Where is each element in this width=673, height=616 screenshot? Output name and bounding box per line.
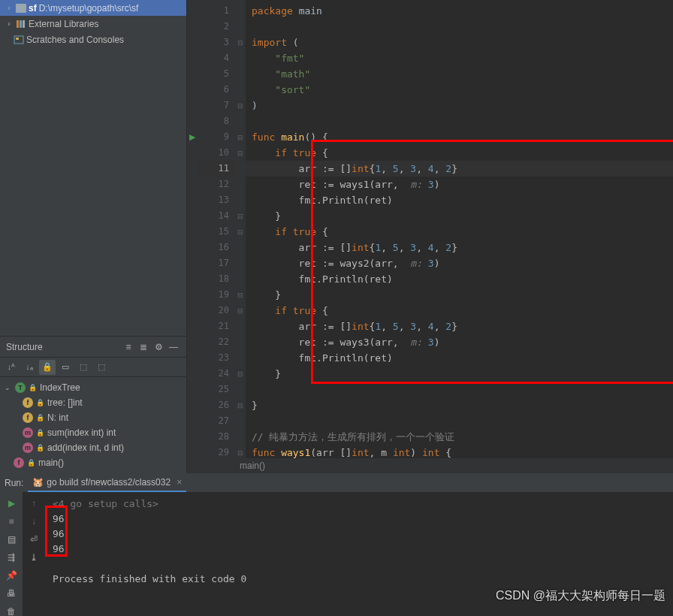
fold-icon[interactable]: ⊟ [235, 303, 246, 319]
member-label: N: int [47, 412, 68, 423]
fold-icon[interactable]: ⊟ [235, 208, 246, 224]
code-line[interactable]: ret := ways3(arr, m: 3) [246, 334, 673, 350]
gear-icon[interactable]: ⚙ [152, 340, 165, 354]
main-area: › sf D:\mysetup\gopath\src\sf › External… [0, 0, 673, 473]
code-line[interactable] [246, 113, 673, 129]
autoscroll-icon[interactable]: ⬚ [75, 360, 92, 375]
fold-icon[interactable]: ⊟ [235, 287, 246, 303]
structure-title: Structure [6, 342, 120, 352]
code-line[interactable]: } [246, 366, 673, 382]
code-line[interactable]: "fmt" [246, 50, 673, 66]
print-icon[interactable]: 🖶 [3, 585, 20, 602]
fold-icon[interactable]: ⊟ [235, 366, 246, 382]
code-line[interactable]: ) [246, 98, 673, 113]
code-line[interactable]: import ( [246, 35, 673, 50]
field-icon: f [23, 412, 33, 423]
chevron-right-icon[interactable]: › [5, 20, 14, 28]
line-number-gutter[interactable]: 1234567891011121314151617181920212223242… [198, 0, 235, 473]
code-line[interactable]: if true { [246, 224, 673, 240]
code-line[interactable]: arr := []int{1, 5, 3, 4, 2} [246, 161, 673, 177]
fold-icon[interactable]: ⊟ [235, 397, 246, 413]
chevron-right-icon[interactable]: › [5, 4, 14, 12]
sort-alpha-icon[interactable]: ↓ᴬ [3, 360, 20, 375]
code-line[interactable]: "sort" [246, 82, 673, 98]
wrap-icon[interactable]: ⏎ [26, 531, 42, 548]
project-root-row[interactable]: › sf D:\mysetup\gopath\src\sf [0, 0, 186, 16]
console-line: <4 go setup calls> [53, 497, 665, 512]
scroll-end-icon[interactable]: ⤓ [26, 549, 42, 566]
run-gutter-icon[interactable]: ▶ [187, 129, 198, 145]
chevron-down-icon[interactable]: ⌄ [5, 384, 12, 391]
fold-icon[interactable]: ⊟ [235, 129, 246, 145]
layout-icon[interactable]: ▤ [3, 531, 20, 548]
close-icon[interactable]: × [177, 477, 182, 488]
fold-icon[interactable]: ⊟ [235, 224, 246, 240]
lock-icon: 🔒 [36, 414, 44, 421]
hide-icon[interactable]: — [167, 340, 180, 354]
code-line[interactable]: if true { [246, 145, 673, 161]
code-line[interactable] [246, 382, 673, 397]
console-line: 96 [53, 527, 665, 542]
go-icon: 🐹 [32, 477, 44, 488]
watermark: CSDN @福大大架构师每日一题 [496, 588, 665, 604]
code-line[interactable]: if true { [246, 303, 673, 319]
structure-main-row[interactable]: f 🔒 main() [0, 455, 186, 470]
collapse-icon[interactable]: ≣ [137, 340, 150, 354]
member-label: tree: []int [47, 397, 83, 408]
filter-icon[interactable]: ⇶ [3, 549, 20, 566]
code-line[interactable] [246, 413, 673, 429]
function-icon: f [14, 457, 24, 468]
external-libraries-row[interactable]: › External Libraries [0, 16, 186, 32]
code-line[interactable]: } [246, 208, 673, 224]
code-line[interactable]: "math" [246, 66, 673, 82]
pin-icon[interactable]: 📌 [3, 567, 20, 584]
code-line[interactable]: func main() { [246, 129, 673, 145]
code-line[interactable]: ret := ways2(arr, m: 3) [246, 255, 673, 271]
code-line[interactable]: package main [246, 3, 673, 19]
fold-gutter[interactable]: ⊟⊟⊟⊟⊟⊟⊟⊟⊟⊟⊟ [235, 0, 246, 473]
rerun-icon[interactable]: ▶ [3, 495, 20, 512]
code-line[interactable]: } [246, 287, 673, 303]
run-config-tab[interactable]: 🐹 go build sf/newclass2/class032 × [28, 474, 186, 492]
project-root-path: D:\mysetup\gopath\src\sf [39, 3, 139, 14]
fold-icon[interactable]: ⊟ [235, 98, 246, 113]
down-icon[interactable]: ↓ [26, 513, 42, 530]
structure-member-row[interactable]: f🔒tree: []int [0, 395, 186, 410]
sort-visibility-icon[interactable]: ↓ₐ [21, 360, 38, 375]
breadcrumb-item[interactable]: main() [240, 460, 265, 471]
structure-type-row[interactable]: ⌄ T 🔒 IndexTree [0, 380, 186, 395]
structure-root-label: IndexTree [40, 382, 80, 393]
up-icon[interactable]: ↑ [26, 495, 42, 512]
code-line[interactable]: arr := []int{1, 5, 3, 4, 2} [246, 240, 673, 255]
code-line[interactable]: } [246, 397, 673, 413]
svg-rect-4 [16, 38, 19, 40]
show-fields-icon[interactable]: 🔒 [39, 360, 56, 375]
method-icon: m [23, 442, 33, 453]
code-line[interactable] [246, 19, 673, 35]
console-line [53, 557, 665, 572]
structure-member-row[interactable]: m🔒sum(index int) int [0, 425, 186, 440]
fold-icon[interactable]: ⊟ [235, 145, 246, 161]
autoscroll-from-icon[interactable]: ⬚ [93, 360, 110, 375]
expand-icon[interactable]: ≡ [122, 340, 135, 354]
editor-panel: ▶ 12345678910111213141516171819202122232… [187, 0, 673, 473]
code-area[interactable]: package mainimport ( "fmt" "math" "sort"… [246, 0, 673, 473]
structure-member-row[interactable]: m🔒add(index int, d int) [0, 440, 186, 455]
code-line[interactable]: fmt.Println(ret) [246, 271, 673, 287]
run-header: Run: 🐹 go build sf/newclass2/class032 × [0, 474, 673, 492]
structure-member-row[interactable]: f🔒N: int [0, 410, 186, 425]
trash-icon[interactable]: 🗑 [3, 603, 20, 616]
stop-icon[interactable]: ■ [3, 513, 20, 530]
fold-icon[interactable]: ⊟ [235, 35, 246, 50]
code-line[interactable]: fmt.Println(ret) [246, 192, 673, 208]
scratches-row[interactable]: Scratches and Consoles [0, 32, 186, 47]
code-line[interactable]: fmt.Println(ret) [246, 350, 673, 366]
show-folder-icon[interactable]: ▭ [57, 360, 74, 375]
code-line[interactable]: // 纯暴力方法，生成所有排列，一个一个验证 [246, 429, 673, 445]
svg-rect-2 [23, 20, 25, 28]
code-line[interactable]: arr := []int{1, 5, 3, 4, 2} [246, 319, 673, 334]
svg-rect-1 [20, 20, 22, 28]
member-label: sum(index int) int [47, 427, 116, 438]
code-line[interactable]: ret := ways1(arr, m: 3) [246, 177, 673, 192]
breadcrumb[interactable]: main() [235, 458, 673, 473]
